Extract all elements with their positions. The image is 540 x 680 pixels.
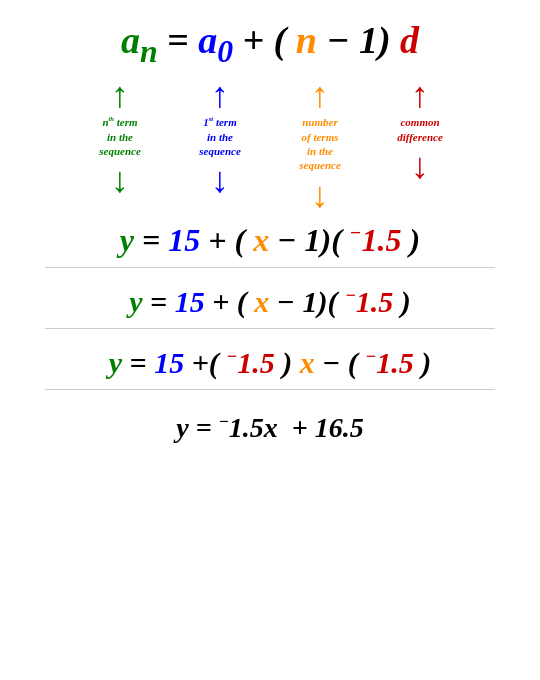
arrow-col-an: ↑ nth termin thesequence ↓ bbox=[70, 77, 170, 198]
main-formula: an = a0 + ( n − 1) d bbox=[121, 20, 419, 69]
a0-term: a0 bbox=[198, 19, 233, 61]
plus-paren: + ( bbox=[242, 19, 286, 61]
arrow-down-blue: ↓ bbox=[211, 162, 229, 198]
divider-3 bbox=[45, 389, 495, 390]
arrow-up-green: ↑ bbox=[111, 77, 129, 113]
label-blue: 1st termin thesequence bbox=[199, 115, 241, 158]
divider-2 bbox=[45, 328, 495, 329]
arrow-down-red: ↓ bbox=[411, 148, 429, 184]
equation-2: y = 15 + ( x − 1)( −1.5 ) bbox=[129, 284, 411, 320]
arrow-col-n: ↑ numberof termsin thesequence ↓ bbox=[270, 77, 370, 212]
equation-1: y = 15 + ( x − 1)( −1.5 ) bbox=[120, 221, 420, 259]
divider-1 bbox=[45, 267, 495, 268]
arrow-col-d: ↑ commondifference ↓ bbox=[370, 77, 470, 184]
arrow-down-orange: ↓ bbox=[311, 177, 329, 213]
equals-sign: = bbox=[167, 19, 198, 61]
label-red: commondifference bbox=[397, 115, 443, 144]
label-green: nth termin thesequence bbox=[99, 115, 141, 158]
n-term: n bbox=[296, 19, 317, 61]
arrow-up-blue: ↑ bbox=[211, 77, 229, 113]
equation-3: y = 15 +( −1.5 ) x − ( −1.5 ) bbox=[109, 345, 432, 381]
arrow-down-green: ↓ bbox=[111, 162, 129, 198]
arrow-up-red: ↑ bbox=[411, 77, 429, 113]
equation-4: y = −1.5x + 16.5 bbox=[176, 412, 364, 444]
arrows-section: ↑ nth termin thesequence ↓ ↑ 1st termin … bbox=[20, 77, 520, 212]
minus-one-paren: − 1) bbox=[326, 19, 390, 61]
arrow-col-a0: ↑ 1st termin thesequence ↓ bbox=[170, 77, 270, 198]
page: an = a0 + ( n − 1) d ↑ nth termin theseq… bbox=[0, 0, 540, 680]
an-term: an bbox=[121, 19, 158, 61]
label-orange: numberof termsin thesequence bbox=[299, 115, 341, 172]
arrow-up-orange: ↑ bbox=[311, 77, 329, 113]
d-term: d bbox=[400, 19, 419, 61]
